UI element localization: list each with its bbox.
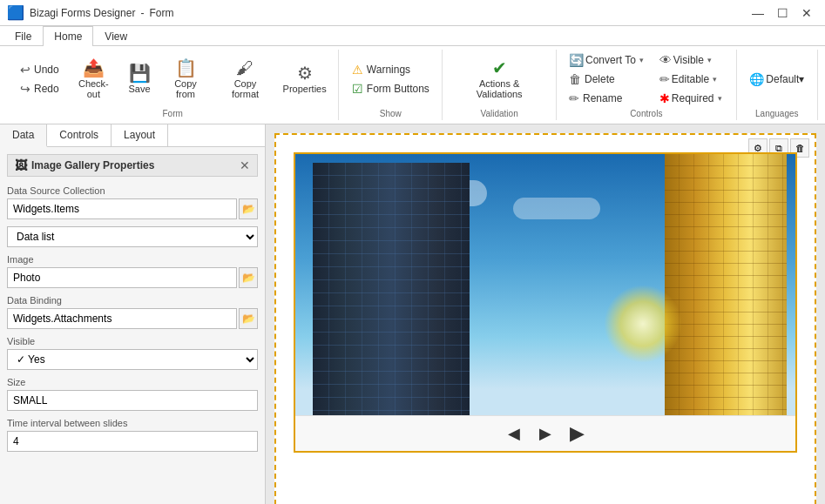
- properties-title: 🖼 Image Gallery Properties: [15, 158, 154, 172]
- editable-button[interactable]: ✏ Editable ▾: [653, 71, 730, 88]
- visible-button[interactable]: 👁 Visible ▾: [653, 51, 730, 69]
- ribbon-tabs: File Home View: [0, 26, 825, 46]
- properties-button[interactable]: ⚙ Properties: [278, 61, 331, 97]
- checkout-button[interactable]: 📤 Check-out: [67, 56, 120, 103]
- title-bar: 🟦 Bizagi Forms Designer - Form — ☐ ✕: [0, 0, 825, 26]
- minimize-button[interactable]: —: [747, 4, 769, 22]
- properties-panel: 🖼 Image Gallery Properties ✕ Data Source…: [0, 147, 265, 504]
- gallery-play-button[interactable]: ▶: [566, 423, 587, 444]
- image-browse-button[interactable]: 📂: [239, 267, 258, 288]
- copy-format-button[interactable]: 🖌 Copy format: [214, 56, 276, 103]
- image-gallery: ◀ ▶ ▶: [294, 152, 797, 453]
- actions-validations-button[interactable]: ✔ Actions & Validations: [450, 56, 548, 103]
- redo-button[interactable]: ↪ Redo: [14, 80, 65, 97]
- tab-file[interactable]: File: [3, 26, 43, 46]
- building-right: [665, 154, 787, 415]
- title-bar-left: 🟦 Bizagi Forms Designer - Form: [7, 4, 173, 21]
- redo-icon: ↪: [20, 83, 30, 95]
- required-icon: ✱: [659, 92, 670, 104]
- canvas: ⚙ ⧉ 🗑: [274, 133, 816, 504]
- sun-glow: [604, 285, 682, 363]
- ribbon-group-form: ↩ Undo ↪ Redo 📤 Check-out 💾 Save: [7, 50, 339, 120]
- redo-label: Redo: [34, 83, 59, 95]
- image-label: Image: [7, 254, 258, 265]
- image-input-row: 📂: [7, 267, 258, 288]
- data-list-row: Data list: [7, 226, 258, 247]
- properties-close-button[interactable]: ✕: [240, 158, 250, 172]
- convert-icon: 🔄: [569, 54, 584, 66]
- form-buttons-button[interactable]: ☑ Form Buttons: [346, 80, 436, 97]
- maximize-button[interactable]: ☐: [771, 4, 794, 22]
- data-source-browse-button[interactable]: 📂: [239, 198, 258, 219]
- data-source-input[interactable]: [7, 198, 237, 219]
- rename-button[interactable]: ✏ Rename: [563, 90, 652, 107]
- tab-layout[interactable]: Layout: [112, 124, 168, 146]
- visible-label: Visible: [673, 54, 704, 66]
- tab-controls[interactable]: Controls: [47, 124, 112, 146]
- gallery-icon: 🖼: [15, 158, 27, 172]
- undo-button[interactable]: ↩ Undo: [14, 61, 65, 78]
- required-arrow[interactable]: ▾: [716, 94, 724, 103]
- app-icon: 🟦: [7, 4, 24, 21]
- tab-view[interactable]: View: [93, 26, 139, 46]
- required-button[interactable]: ✱ Required ▾: [653, 90, 730, 107]
- convert-arrow[interactable]: ▾: [638, 56, 646, 64]
- data-source-input-row: 📂: [7, 198, 258, 219]
- visible-field-label: Visible: [7, 336, 258, 346]
- tab-data[interactable]: Data: [0, 124, 47, 147]
- data-source-label: Data Source Collection: [7, 185, 258, 196]
- time-interval-row: Time interval between slides: [7, 418, 258, 452]
- save-button[interactable]: 💾 Save: [122, 61, 157, 97]
- copy-from-icon: 📋: [175, 59, 197, 77]
- ribbon-group-show: ⚠ Warnings ☑ Form Buttons Show: [339, 50, 443, 120]
- visible-arrow[interactable]: ▾: [706, 56, 713, 64]
- main: Data Controls Layout 🖼 Image Gallery Pro…: [0, 124, 825, 504]
- editable-arrow[interactable]: ▾: [711, 75, 719, 84]
- warnings-button[interactable]: ⚠ Warnings: [346, 61, 436, 78]
- copy-from-button[interactable]: 📋 Copy from: [159, 56, 213, 103]
- copy-format-label: Copy format: [220, 78, 271, 99]
- copy-from-label: Copy from: [164, 78, 207, 99]
- delete-label: Delete: [585, 73, 615, 85]
- ribbon-group-languages: 🌐 Default▾ Languages: [737, 50, 818, 120]
- building-right-vlines: [665, 154, 787, 415]
- validation-group-label: Validation: [481, 109, 518, 118]
- visible-select[interactable]: ✓ Yes No: [7, 349, 258, 370]
- app-title: Bizagi Forms Designer: [30, 7, 135, 19]
- gallery-prev-button[interactable]: ◀: [504, 423, 524, 444]
- editable-icon: ✏: [659, 73, 670, 85]
- rename-label: Rename: [583, 92, 622, 104]
- title-separator: -: [140, 7, 144, 19]
- data-binding-browse-button[interactable]: 📂: [239, 308, 258, 329]
- size-input[interactable]: [7, 390, 258, 411]
- doc-title: Form: [149, 7, 173, 19]
- tab-home[interactable]: Home: [43, 26, 93, 46]
- delete-button[interactable]: 🗑 Delete: [563, 71, 652, 88]
- actions-label: Actions & Validations: [455, 78, 543, 99]
- time-interval-label: Time interval between slides: [7, 418, 258, 428]
- properties-title-bar: 🖼 Image Gallery Properties ✕: [7, 154, 258, 177]
- data-list-select[interactable]: Data list: [7, 226, 258, 247]
- properties-icon: ⚙: [297, 64, 313, 82]
- convert-to-button[interactable]: 🔄 Convert To ▾: [563, 51, 652, 69]
- default-language-button[interactable]: 🌐 Default▾: [743, 71, 810, 88]
- gallery-next-button[interactable]: ▶: [535, 423, 556, 444]
- ribbon-content: ↩ Undo ↪ Redo 📤 Check-out 💾 Save: [0, 46, 825, 124]
- form-buttons-label: Form Buttons: [367, 83, 429, 95]
- panel-tabs: Data Controls Layout: [0, 124, 265, 147]
- gallery-image-inner: [295, 154, 795, 415]
- gallery-image: [295, 154, 795, 415]
- title-bar-controls: — ☐ ✕: [747, 4, 818, 22]
- image-input[interactable]: [7, 267, 237, 288]
- required-label: Required: [672, 92, 714, 104]
- rename-icon: ✏: [569, 92, 579, 104]
- ribbon-group-validation: ✔ Actions & Validations Validation: [443, 50, 556, 120]
- warnings-label: Warnings: [367, 64, 410, 76]
- data-binding-input-row: 📂: [7, 308, 258, 329]
- close-button[interactable]: ✕: [795, 4, 818, 22]
- time-interval-input[interactable]: [7, 431, 258, 452]
- gallery-controls: ◀ ▶ ▶: [295, 415, 795, 451]
- data-binding-input[interactable]: [7, 308, 237, 329]
- save-icon: 💾: [129, 64, 151, 82]
- building-left-vlines: [313, 163, 470, 415]
